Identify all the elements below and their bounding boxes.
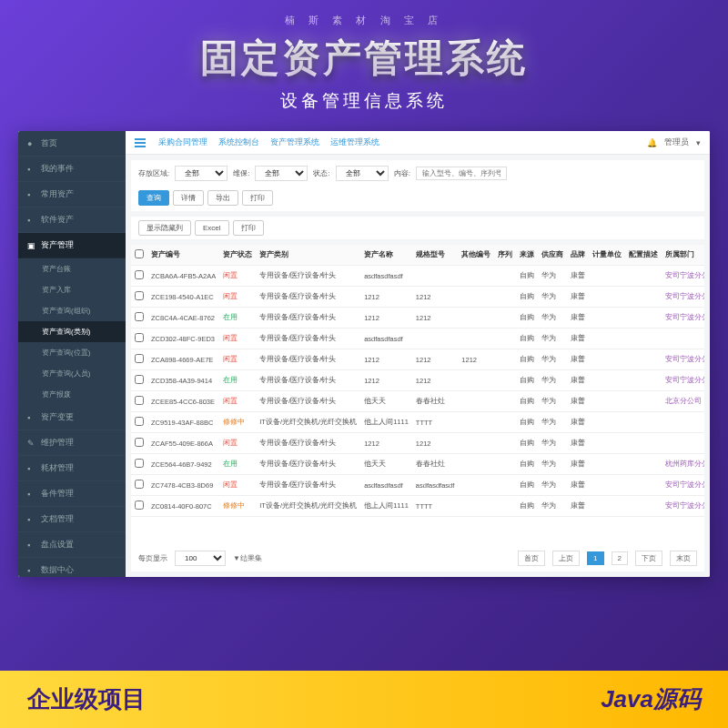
table-row[interactable]: ZCBA6A-4FB5-A2AA闲置专用设备/医疗设备/针头asdfasdfas… [131,266,704,287]
sidebar-item[interactable]: ▪备件管理 [18,481,126,507]
sidebar-item[interactable]: ✎维护管理 [18,430,126,456]
sidebar-item[interactable]: ●首页 [18,131,126,157]
topnav-link[interactable]: 系统控制台 [218,137,259,147]
row-checkbox[interactable] [135,312,144,321]
asset-name: 1212 [360,370,412,391]
columns-button[interactable]: 显示隐藏列 [138,220,191,236]
sidebar-item[interactable]: ▪文档管理 [18,507,126,532]
asset-dept: 安司宁波分公司 [662,496,704,517]
select-all-checkbox[interactable] [135,249,144,258]
table-row[interactable]: ZC0814-40F0-807C修修中IT设备/光纤交换机/光纤交换机他上人间1… [131,496,704,517]
print-button[interactable]: 打印 [242,190,273,206]
sidebar-sub-item[interactable]: 资产查询(位置) [18,342,126,363]
table-header [131,245,147,266]
row-checkbox[interactable] [135,438,144,447]
sidebar-item[interactable]: ▪我的事件 [18,157,126,182]
last-page[interactable]: 末页 [670,551,697,566]
table-row[interactable]: ZC9519-43AF-88BC修修中IT设备/光纤交换机/光纤交换机他上人间1… [131,412,704,433]
sidebar-item[interactable]: ▪资产变更 [18,405,126,430]
maint-select[interactable]: 全部 [255,166,308,181]
topnav-link[interactable]: 资产管理系统 [270,137,319,147]
asset-desc [625,454,662,475]
table-row[interactable]: ZCE198-4540-A1EC闲置专用设备/医疗设备/针头12121212自购… [131,287,704,308]
asset-spec: 春春社灶 [412,454,459,475]
promo-banner: 楠 斯 素 材 淘 宝 店 固定资产管理系统 设备管理信息系统 [0,0,728,120]
content-label: 内容: [394,168,410,178]
user-area[interactable]: 🔔 管理员▾ [647,136,701,148]
table-row[interactable]: ZC8C4A-4CAE-8762在用专用设备/医疗设备/针头12121212自购… [131,308,704,329]
sidebar-item[interactable]: ▪耗材管理 [18,456,126,481]
asset-source: 自购 [516,454,538,475]
nav-label: 文档管理 [41,513,74,525]
asset-source: 自购 [516,475,538,496]
asset-desc [625,349,662,370]
print2-button[interactable]: 打印 [233,220,264,236]
nav-icon: ✎ [27,439,35,447]
table-header: 计量单位 [589,245,625,266]
excel-button[interactable]: Excel [195,220,229,236]
asset-name: asdfasdfasdf [360,475,412,496]
table-header: 供应商 [538,245,567,266]
prev-page[interactable]: 上页 [552,551,580,566]
asset-name: 他天天 [360,454,412,475]
menu-icon[interactable] [135,138,146,147]
sidebar-item[interactable]: ▪软件资产 [18,207,126,233]
row-checkbox[interactable] [135,333,144,342]
search-input[interactable] [416,167,507,180]
export-button[interactable]: 导出 [207,190,238,206]
row-checkbox[interactable] [135,480,144,489]
sidebar-item[interactable]: ▪盘点设置 [18,532,126,558]
region-select[interactable]: 全部 [175,166,228,181]
sidebar-item[interactable]: ▣资产管理 [18,233,126,258]
page-2[interactable]: 2 [612,551,628,565]
query-button[interactable]: 查询 [138,190,169,206]
row-checkbox[interactable] [135,291,144,300]
sidebar-sub-item[interactable]: 资产入库 [18,279,126,300]
per-page-select[interactable]: 100 [175,551,226,566]
asset-dept: 杭州药库分公司 [662,454,704,475]
asset-spec [412,329,459,349]
asset-brand: 康普 [567,433,589,454]
table-row[interactable]: ZCAF55-409E-866A闲置专用设备/医疗设备/针头12121212自购… [131,433,704,454]
asset-vendor: 华为 [538,475,567,496]
asset-name: 1212 [360,433,412,454]
page-1[interactable]: 1 [587,551,603,565]
asset-other [458,391,494,412]
asset-brand: 康普 [567,412,589,433]
table-row[interactable]: ZCA898-4669-AE7E闲置专用设备/医疗设备/针头1212121212… [131,349,704,370]
state-select[interactable]: 全部 [336,166,389,181]
topnav-link[interactable]: 运维管理系统 [330,137,379,147]
topnav-link[interactable]: 采购合同管理 [158,137,207,147]
asset-source: 自购 [516,329,538,349]
sidebar-item[interactable]: ▪数据中心 [18,558,126,577]
table-row[interactable]: ZCD358-4A39-9414在用专用设备/医疗设备/针头12121212自购… [131,370,704,391]
table-row[interactable]: ZCE564-46B7-9492在用专用设备/医疗设备/针头他天天春春社灶自购华… [131,454,704,475]
row-checkbox[interactable] [135,459,144,468]
sidebar-sub-item[interactable]: 资产报废 [18,384,126,405]
sidebar-sub-item[interactable]: 资产查询(人员) [18,363,126,384]
asset-spec: asdfasdfasdf [412,475,459,496]
row-checkbox[interactable] [135,500,144,510]
asset-name: 他天天 [360,391,412,412]
sidebar-item[interactable]: ▪常用资产 [18,182,126,207]
asset-other [458,287,494,308]
row-checkbox[interactable] [135,417,144,426]
sidebar-sub-item[interactable]: 资产查询(组织) [18,300,126,321]
sidebar-sub-item[interactable]: 资产查询(类别) [18,321,126,342]
table-row[interactable]: ZC7478-4CB3-8D69闲置专用设备/医疗设备/针头asdfasdfas… [131,475,704,496]
row-checkbox[interactable] [135,375,144,384]
next-page[interactable]: 下页 [635,551,662,566]
asset-vendor: 华为 [538,454,567,475]
detail-button[interactable]: 详情 [173,190,204,206]
sidebar-sub-item[interactable]: 资产台账 [18,258,126,279]
row-checkbox[interactable] [135,354,144,363]
table-row[interactable]: ZCEE85-4CC6-803E闲置专用设备/医疗设备/针头他天天春春社灶自购华… [131,391,704,412]
notification-icon[interactable]: 🔔 [647,138,657,147]
asset-brand: 康普 [567,475,589,496]
nav-label: 备件管理 [41,488,74,500]
asset-category: 专用设备/医疗设备/针头 [256,287,360,308]
row-checkbox[interactable] [135,270,144,279]
first-page[interactable]: 首页 [518,551,545,566]
table-row[interactable]: ZCD302-48FC-9ED3闲置专用设备/医疗设备/针头asdfasdfas… [131,329,704,349]
row-checkbox[interactable] [135,396,144,405]
